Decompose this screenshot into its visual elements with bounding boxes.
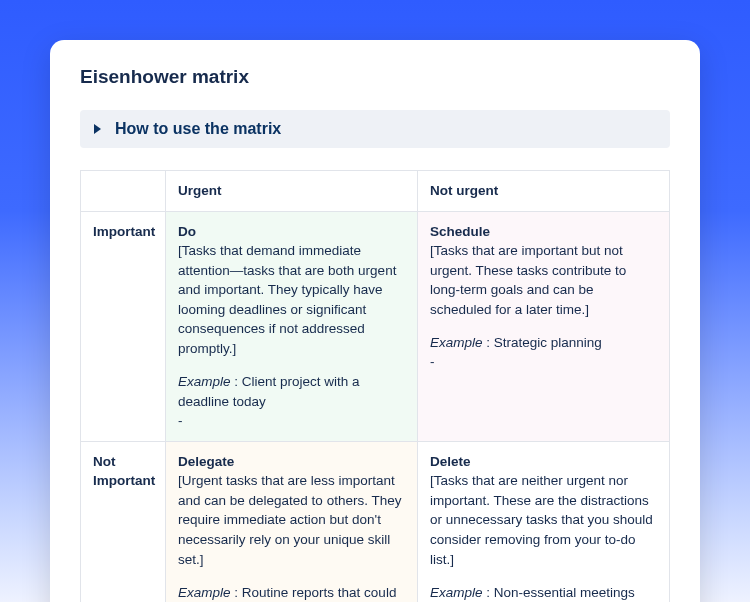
cell-delegate-desc: [Urgent tasks that are less important an… xyxy=(178,471,405,569)
cell-delegate-example-line: Example : Routine reports that could be … xyxy=(178,585,396,602)
cell-do-example-line: Example : Client project with a deadline… xyxy=(178,374,360,409)
cell-schedule: Schedule [Tasks that are important but n… xyxy=(418,211,670,441)
cell-do-desc: [Tasks that demand immediate attention—t… xyxy=(178,241,405,358)
document-card: Eisenhower matrix How to use the matrix … xyxy=(50,40,700,602)
cell-delete-desc: [Tasks that are neither urgent nor impor… xyxy=(430,471,657,569)
cell-delete-example-line: Example : Non-essential meetings with no… xyxy=(430,585,635,602)
column-header-not-urgent: Not urgent xyxy=(418,171,670,212)
column-header-urgent: Urgent xyxy=(166,171,418,212)
eisenhower-table: Urgent Not urgent Important Do [Tasks th… xyxy=(80,170,670,602)
cell-delete-title: Delete xyxy=(430,452,657,472)
cell-schedule-title: Schedule xyxy=(430,222,657,242)
cell-delegate: Delegate [Urgent tasks that are less imp… xyxy=(166,441,418,602)
cell-delete: Delete [Tasks that are neither urgent no… xyxy=(418,441,670,602)
expand-label: How to use the matrix xyxy=(115,120,281,138)
page-title: Eisenhower matrix xyxy=(80,66,670,88)
cell-schedule-example-line: Example : Strategic planning xyxy=(430,335,602,350)
expand-how-to-use[interactable]: How to use the matrix xyxy=(80,110,670,148)
row-header-not-important: Not Important xyxy=(81,441,166,602)
cell-do-title: Do xyxy=(178,222,405,242)
cell-delegate-title: Delegate xyxy=(178,452,405,472)
cell-schedule-desc: [Tasks that are important but not urgent… xyxy=(430,241,657,319)
dash: - xyxy=(178,413,183,428)
cell-do: Do [Tasks that demand immediate attentio… xyxy=(166,211,418,441)
corner-cell xyxy=(81,171,166,212)
caret-right-icon xyxy=(94,124,101,134)
dash: - xyxy=(430,354,435,369)
row-header-important: Important xyxy=(81,211,166,441)
